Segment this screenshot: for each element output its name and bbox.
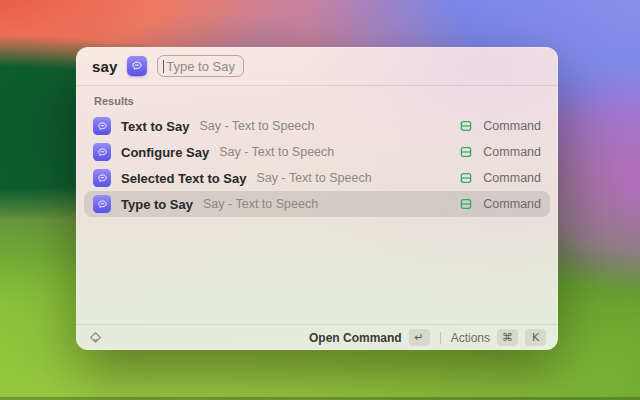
- say-app-icon: [93, 195, 111, 213]
- argument-input[interactable]: Type to Say: [157, 55, 244, 77]
- result-title: Text to Say: [121, 119, 189, 134]
- result-subtitle: Say - Text to Speech: [256, 171, 371, 185]
- result-row-selected-text-to-say[interactable]: Selected Text to Say Say - Text to Speec…: [84, 165, 550, 191]
- search-bar[interactable]: say Type to Say: [76, 47, 558, 85]
- actions-button[interactable]: Actions: [451, 331, 490, 345]
- result-type-label: Command: [483, 197, 541, 211]
- command-type-icon: [458, 119, 473, 134]
- return-key-hint: ↵: [409, 329, 430, 346]
- result-title: Type to Say: [121, 197, 193, 212]
- raycast-logo-icon: [88, 330, 103, 345]
- result-row-configure-say[interactable]: Configure Say Say - Text to Speech Comma…: [84, 139, 550, 165]
- result-type-label: Command: [483, 171, 541, 185]
- command-type-icon: [458, 145, 473, 160]
- launcher-window: say Type to Say Results Text to Say Say …: [76, 47, 558, 350]
- empty-results-area: [76, 217, 558, 324]
- footer-divider: [440, 332, 441, 344]
- result-type-label: Command: [483, 145, 541, 159]
- say-app-icon: [93, 143, 111, 161]
- say-app-icon: [127, 56, 147, 76]
- result-title: Selected Text to Say: [121, 171, 246, 186]
- command-type-icon: [458, 197, 473, 212]
- result-row-type-to-say-selected[interactable]: Type to Say Say - Text to Speech Command: [84, 191, 550, 217]
- footer-action-bar: Open Command ↵ Actions ⌘ K: [76, 324, 558, 350]
- speech-bubble-icon: [97, 199, 108, 210]
- results-section-label: Results: [94, 95, 550, 107]
- result-subtitle: Say - Text to Speech: [203, 197, 318, 211]
- result-subtitle: Say - Text to Speech: [219, 145, 334, 159]
- argument-placeholder: Type to Say: [166, 59, 235, 74]
- result-type-label: Command: [483, 119, 541, 133]
- k-key-hint: K: [525, 329, 546, 346]
- result-subtitle: Say - Text to Speech: [199, 119, 314, 133]
- search-query-text[interactable]: say: [92, 58, 117, 75]
- command-type-icon: [458, 171, 473, 186]
- speech-bubble-icon: [97, 173, 108, 184]
- say-app-icon: [93, 117, 111, 135]
- cmd-key-hint: ⌘: [497, 329, 518, 346]
- speech-bubble-icon: [97, 121, 108, 132]
- speech-bubble-icon: [131, 60, 143, 72]
- result-row-text-to-say[interactable]: Text to Say Say - Text to Speech Command: [84, 113, 550, 139]
- text-cursor: [163, 60, 164, 73]
- open-command-button[interactable]: Open Command: [309, 331, 402, 345]
- say-app-icon: [93, 169, 111, 187]
- result-title: Configure Say: [121, 145, 209, 160]
- results-section: Results Text to Say Say - Text to Speech…: [76, 86, 558, 217]
- speech-bubble-icon: [97, 147, 108, 158]
